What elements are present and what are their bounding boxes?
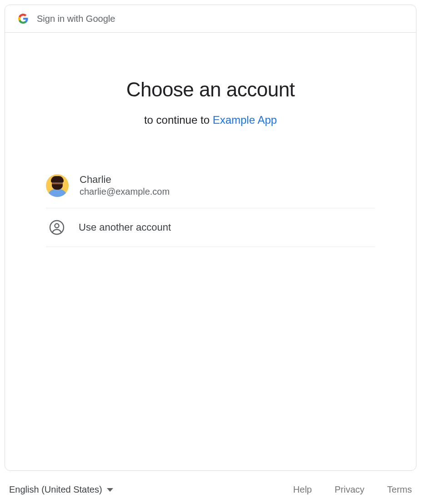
header-title: Sign in with Google: [37, 14, 115, 24]
account-item[interactable]: Charlie charlie@example.com: [46, 163, 375, 208]
account-email: charlie@example.com: [80, 186, 170, 197]
footer-links: Help Privacy Terms: [293, 484, 412, 495]
person-circle-icon: [49, 219, 65, 236]
use-another-account[interactable]: Use another account: [46, 208, 375, 247]
google-logo-icon: [18, 13, 29, 24]
privacy-link[interactable]: Privacy: [335, 484, 365, 495]
avatar: [46, 174, 69, 197]
use-another-label: Use another account: [79, 222, 171, 233]
page-subheading: to continue to Example App: [46, 114, 375, 126]
footer: English (United States) Help Privacy Ter…: [5, 471, 416, 499]
card-body: Choose an account to continue to Example…: [5, 33, 416, 470]
account-name: Charlie: [80, 174, 170, 186]
account-list: Charlie charlie@example.com Use another …: [46, 163, 375, 247]
svg-point-1: [55, 224, 59, 228]
language-selector[interactable]: English (United States): [9, 484, 113, 495]
terms-link[interactable]: Terms: [387, 484, 412, 495]
app-name-link[interactable]: Example App: [213, 114, 277, 126]
card-header: Sign in with Google: [5, 5, 416, 33]
help-link[interactable]: Help: [293, 484, 312, 495]
chevron-down-icon: [107, 488, 113, 492]
language-label: English (United States): [9, 484, 102, 495]
page-heading: Choose an account: [46, 78, 375, 101]
signin-card: Sign in with Google Choose an account to…: [5, 5, 416, 471]
account-info: Charlie charlie@example.com: [80, 174, 170, 197]
subheading-prefix: to continue to: [144, 114, 213, 126]
